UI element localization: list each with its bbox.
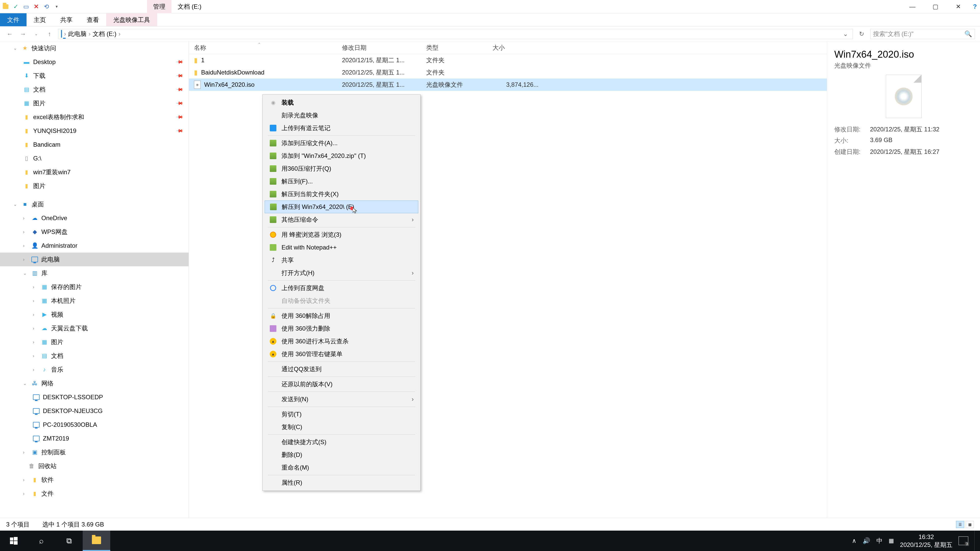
refresh-button[interactable]: ↻ xyxy=(857,30,866,38)
nav-yunqishi[interactable]: ▮YUNQISHI2019📌 xyxy=(0,124,189,138)
menu-baidu-upload[interactable]: 上传到百度网盘 xyxy=(265,282,418,294)
menu-qq-send[interactable]: 通过QQ发送到 xyxy=(265,363,418,375)
nav-tianyi[interactable]: ›☁天翼云盘下载 xyxy=(0,321,189,335)
notification-button[interactable]: 3 xyxy=(959,537,968,545)
nav-docs2[interactable]: ›▤文档 xyxy=(0,349,189,363)
nav-desktop-header[interactable]: ⌄■桌面 xyxy=(0,197,189,211)
nav-pics3[interactable]: ›▦图片 xyxy=(0,335,189,349)
ribbon-tab-share[interactable]: 共享 xyxy=(53,13,80,26)
column-date[interactable]: 修改日期 xyxy=(342,44,426,52)
nav-downloads[interactable]: ⬇下载📌 xyxy=(0,69,189,83)
menu-copy[interactable]: 复制(C) xyxy=(265,421,418,433)
menu-bee-browser[interactable]: 用 蜂蜜浏览器 浏览(3) xyxy=(265,228,418,241)
nav-saved-pics[interactable]: ›▦保存的图片 xyxy=(0,280,189,294)
tray-chevron-button[interactable]: ∧ xyxy=(852,537,856,545)
column-size[interactable]: 大小 xyxy=(493,44,549,52)
minimize-button[interactable]: — xyxy=(901,0,924,13)
nav-quick-access[interactable]: ⌄★快速访问 xyxy=(0,41,189,55)
menu-360-manage[interactable]: ▲使用 360管理右键菜单 xyxy=(265,348,418,360)
nav-network-pc1[interactable]: DESKTOP-LSSOEDP xyxy=(0,390,189,404)
menu-360-trojan[interactable]: ▲使用 360进行木马云查杀 xyxy=(265,335,418,348)
nav-pictures[interactable]: ▦图片📌 xyxy=(0,97,189,110)
nav-music[interactable]: ›♪音乐 xyxy=(0,363,189,376)
ribbon-tab-home[interactable]: 主页 xyxy=(27,13,53,26)
show-desktop-button[interactable] xyxy=(974,530,977,551)
start-button[interactable] xyxy=(0,530,27,551)
menu-360-force-delete[interactable]: 使用 360强力删除 xyxy=(265,322,418,335)
menu-mount[interactable]: ◉装载 xyxy=(265,96,418,109)
nav-up-button[interactable]: ↑ xyxy=(45,29,54,38)
breadcrumb-thispc[interactable]: 此电脑 xyxy=(68,30,86,38)
close-button[interactable]: ✕ xyxy=(947,0,970,13)
nav-wps[interactable]: ›◆WPS网盘 xyxy=(0,225,189,239)
table-row[interactable]: ▮BaiduNetdiskDownload 2020/12/25, 星期五 1.… xyxy=(189,66,827,79)
nav-excel-folder[interactable]: ▮excel表格制作求和📌 xyxy=(0,110,189,124)
nav-software[interactable]: ›▮软件 xyxy=(0,473,189,487)
search-icon[interactable]: 🔍 xyxy=(964,30,972,38)
network-icon[interactable]: ▦ xyxy=(889,537,894,544)
explorer-taskbar-button[interactable] xyxy=(83,530,110,551)
menu-add-archive[interactable]: 添加到压缩文件(A)... xyxy=(265,137,418,149)
checkbox-icon[interactable]: ✓ xyxy=(12,3,19,10)
qat-dropdown-icon[interactable]: ▾ xyxy=(53,3,60,10)
menu-delete[interactable]: 删除(D) xyxy=(265,448,418,461)
nav-network[interactable]: ⌄🖧网络 xyxy=(0,376,189,390)
clock[interactable]: 16:32 2020/12/25, 星期五 xyxy=(900,533,953,549)
ribbon-tab-file[interactable]: 文件 xyxy=(0,13,27,26)
column-name[interactable]: 名称⌃ xyxy=(194,44,342,52)
menu-share[interactable]: ⤴共享 xyxy=(265,254,418,267)
nav-recent-dropdown[interactable]: ⌄ xyxy=(32,29,41,38)
search-button[interactable]: ⌕ xyxy=(27,530,55,551)
maximize-button[interactable]: ▢ xyxy=(924,0,947,13)
delete-x-icon[interactable]: ✕ xyxy=(33,3,40,10)
table-row[interactable]: ▮1 2020/12/15, 星期二 1... 文件夹 xyxy=(189,54,827,66)
menu-other-compress[interactable]: 其他压缩命令› xyxy=(265,213,418,226)
menu-360-unlock[interactable]: 🔒使用 360解除占用 xyxy=(265,310,418,322)
menu-properties[interactable]: 属性(R) xyxy=(265,476,418,489)
nav-gdrive[interactable]: ▯G:\ xyxy=(0,151,189,165)
view-details-button[interactable]: ☰ xyxy=(956,521,964,528)
menu-notepad[interactable]: Edit with Notepad++ xyxy=(265,241,418,254)
nav-bandicam[interactable]: ▮Bandicam xyxy=(0,138,189,151)
nav-files[interactable]: ›▮文件 xyxy=(0,487,189,500)
paste-icon[interactable]: ▭ xyxy=(22,3,30,10)
table-row-selected[interactable]: ◉Win7x64_2020.iso 2020/12/25, 星期五 1... 光… xyxy=(189,79,827,91)
contextual-tab-manage[interactable]: 管理 xyxy=(147,0,172,13)
menu-rename[interactable]: 重命名(M) xyxy=(265,461,418,474)
help-button[interactable]: ? xyxy=(970,0,980,13)
ribbon-tab-disc-tools[interactable]: 光盘映像工具 xyxy=(106,13,157,26)
nav-network-pc3[interactable]: PC-20190530OBLA xyxy=(0,418,189,432)
nav-back-button[interactable]: ← xyxy=(5,29,14,38)
nav-onedrive[interactable]: ›☁OneDrive xyxy=(0,211,189,225)
nav-documents[interactable]: ▤文档📌 xyxy=(0,83,189,97)
nav-local-pics[interactable]: ›▦本机照片 xyxy=(0,294,189,308)
ribbon-tab-view[interactable]: 查看 xyxy=(80,13,106,26)
nav-video[interactable]: ›▶视频 xyxy=(0,308,189,321)
menu-extract-named[interactable]: 解压到 Win7x64_2020\ (E) xyxy=(265,200,418,213)
nav-admin[interactable]: ›👤Administrator xyxy=(0,239,189,252)
menu-add-zip[interactable]: 添加到 "Win7x64_2020.zip" (T) xyxy=(265,149,418,162)
breadcrumb[interactable]: › 此电脑 › 文档 (E:) › ⌄ xyxy=(58,29,853,39)
ime-button[interactable]: 中 xyxy=(877,537,883,545)
menu-shortcut[interactable]: 创建快捷方式(S) xyxy=(265,436,418,448)
breadcrumb-location[interactable]: 文档 (E:) xyxy=(93,30,116,38)
menu-restore-versions[interactable]: 还原以前的版本(V) xyxy=(265,378,418,391)
menu-extract-to[interactable]: 解压到(F)... xyxy=(265,175,418,188)
nav-win7-folder[interactable]: ▮win7重装win7 xyxy=(0,165,189,179)
volume-button[interactable]: 🔊 xyxy=(862,537,870,545)
taskview-button[interactable]: ⧉ xyxy=(55,530,83,551)
nav-libraries[interactable]: ⌄▥库 xyxy=(0,266,189,280)
nav-pics-folder[interactable]: ▮图片 xyxy=(0,179,189,193)
column-type[interactable]: 类型 xyxy=(426,44,493,52)
view-icons-button[interactable]: ▦ xyxy=(966,521,974,528)
nav-recycle[interactable]: 🗑回收站 xyxy=(0,459,189,473)
navigation-pane[interactable]: ⌄★快速访问 ▬Desktop📌 ⬇下载📌 ▤文档📌 ▦图片📌 ▮excel表格… xyxy=(0,41,189,518)
search-input[interactable]: 搜索"文档 (E:)" 🔍 xyxy=(870,29,975,39)
taskbar[interactable]: ⌕ ⧉ ∧ 🔊 中 ▦ 16:32 2020/12/25, 星期五 3 xyxy=(0,530,980,551)
nav-network-pc4[interactable]: ZMT2019 xyxy=(0,432,189,445)
menu-send-to[interactable]: 发送到(N)› xyxy=(265,393,418,406)
nav-this-pc[interactable]: ›此电脑 xyxy=(0,252,189,266)
undo-icon[interactable]: ⟲ xyxy=(43,3,50,10)
menu-youdao[interactable]: 上传到有道云笔记 xyxy=(265,122,418,135)
nav-network-pc2[interactable]: DESKTOP-NJEU3CG xyxy=(0,404,189,418)
